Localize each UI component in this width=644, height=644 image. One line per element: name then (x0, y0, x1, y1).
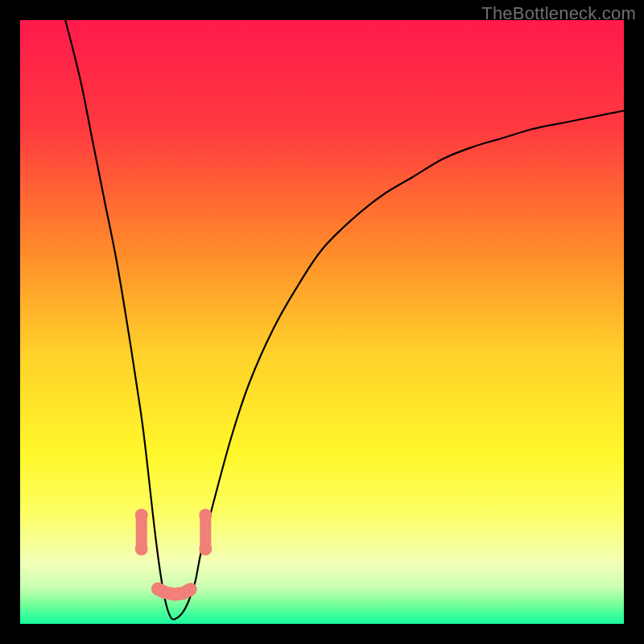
chart-svg (20, 20, 624, 624)
chart-plot-area (20, 20, 624, 624)
marker-right-upper (199, 509, 212, 522)
chart-frame: TheBottleneck.com (0, 0, 644, 644)
watermark-text: TheBottleneck.com (481, 3, 636, 24)
marker-left-lower (135, 543, 148, 555)
marker-left-upper (135, 509, 148, 522)
marker-right-lower (199, 543, 212, 555)
chart-background (20, 20, 624, 624)
marker-bend-5 (184, 583, 197, 596)
